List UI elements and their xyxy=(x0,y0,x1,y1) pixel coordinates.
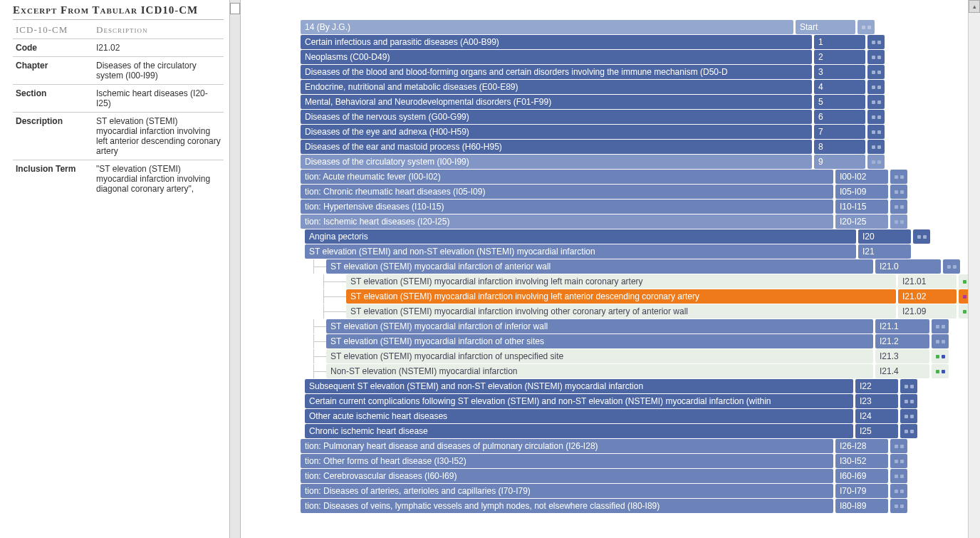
tree-code[interactable]: I05-I09 xyxy=(835,185,888,199)
status-dots[interactable] xyxy=(890,484,907,498)
tree-code[interactable]: I30-I52 xyxy=(835,454,888,468)
status-dots[interactable] xyxy=(867,65,885,79)
tree-code[interactable]: I26-I28 xyxy=(835,439,888,453)
status-dots[interactable] xyxy=(943,259,960,274)
scroll-up-icon[interactable]: ▴ xyxy=(969,0,980,13)
status-dots[interactable] xyxy=(890,214,907,229)
tree-row[interactable]: 14 (By J.G.)Start xyxy=(301,20,980,34)
tree-code[interactable]: I21 xyxy=(858,244,911,259)
status-dots[interactable] xyxy=(913,229,930,244)
tree-label[interactable]: Diseases of the eye and adnexa (H00-H59) xyxy=(301,125,812,139)
tree-code[interactable]: I21.2 xyxy=(875,334,929,348)
tree-label[interactable]: tion: Diseases of veins, lymphatic vesse… xyxy=(301,499,833,513)
status-dots[interactable] xyxy=(867,50,885,64)
tree-row[interactable]: tion: Other forms of heart disease (I30-… xyxy=(301,454,980,468)
tree-row[interactable]: tion: Chronic rheumatic heart diseases (… xyxy=(301,185,980,199)
status-dots[interactable] xyxy=(932,319,949,333)
status-dots[interactable] xyxy=(932,334,949,348)
tree-label[interactable]: ST elevation (STEMI) and non-ST elevatio… xyxy=(305,244,856,259)
status-dots[interactable] xyxy=(890,185,907,199)
tree-row[interactable]: tion: Hypertensive diseases (I10-I15)I10… xyxy=(301,200,980,214)
tree-row[interactable]: Diseases of the blood and blood-forming … xyxy=(301,65,980,79)
tree-row[interactable]: tion: Cerebrovascular diseases (I60-I69)… xyxy=(301,469,980,483)
tree-code[interactable]: I21.01 xyxy=(898,274,956,289)
tree-label[interactable]: tion: Hypertensive diseases (I10-I15) xyxy=(301,200,833,214)
tree-label[interactable]: Certain current complications following … xyxy=(305,394,853,408)
tree-label[interactable]: ST elevation (STEMI) myocardial infarcti… xyxy=(346,274,896,289)
vertical-scrollbar[interactable]: ▴ xyxy=(968,0,980,538)
tree-row[interactable]: Other acute ischemic heart diseasesI24 xyxy=(301,409,980,423)
tree-code[interactable]: Start xyxy=(796,20,855,34)
status-dots[interactable] xyxy=(900,409,917,423)
tree-label[interactable]: tion: Diseases of arteries, arterioles a… xyxy=(301,484,833,498)
tree-code[interactable]: I00-I02 xyxy=(835,170,888,184)
tree-label[interactable]: ST elevation (STEMI) myocardial infarcti… xyxy=(346,289,896,304)
tree-code[interactable]: 8 xyxy=(814,140,865,154)
tree-row[interactable]: tion: Ischemic heart diseases (I20-I25)I… xyxy=(301,214,980,229)
tree-label[interactable]: tion: Other forms of heart disease (I30-… xyxy=(301,454,833,468)
tree-label[interactable]: Other acute ischemic heart diseases xyxy=(305,409,853,423)
tree-label[interactable]: ST elevation (STEMI) myocardial infarcti… xyxy=(326,259,873,274)
tree-code[interactable]: I20-I25 xyxy=(835,214,888,229)
status-dots[interactable] xyxy=(867,80,885,94)
tree-code[interactable]: I70-I79 xyxy=(835,484,888,498)
tree-row[interactable]: tion: Acute rheumatic fever (I00-I02)I00… xyxy=(301,170,980,184)
status-dots[interactable] xyxy=(867,125,885,139)
status-dots[interactable] xyxy=(890,499,907,513)
tree-row[interactable]: Neoplasms (C00-D49)2 xyxy=(301,50,980,64)
tree-code[interactable]: I21.3 xyxy=(875,349,929,363)
tree-row[interactable]: Chronic ischemic heart diseaseI25 xyxy=(301,424,980,438)
tree-code[interactable]: I21.1 xyxy=(875,319,929,333)
tree-code[interactable]: I23 xyxy=(855,394,898,408)
tree-label[interactable]: tion: Acute rheumatic fever (I00-I02) xyxy=(301,170,833,184)
tree-row[interactable]: ST elevation (STEMI) and non-ST elevatio… xyxy=(301,244,980,259)
tree-label[interactable]: tion: Chronic rheumatic heart diseases (… xyxy=(301,185,833,199)
tree-row[interactable]: Mental, Behavioral and Neurodevelopmenta… xyxy=(301,95,980,109)
tree-label[interactable]: Subsequent ST elevation (STEMI) and non-… xyxy=(305,379,853,393)
tree-label[interactable]: Chronic ischemic heart disease xyxy=(305,424,853,438)
tree-label[interactable]: tion: Cerebrovascular diseases (I60-I69) xyxy=(301,469,833,483)
tree-row[interactable]: Angina pectorisI20 xyxy=(301,229,980,244)
tree-code[interactable]: 1 xyxy=(814,35,865,49)
tree-code[interactable]: 4 xyxy=(814,80,865,94)
tree-label[interactable]: Mental, Behavioral and Neurodevelopmenta… xyxy=(301,95,812,109)
tree-row[interactable]: ST elevation (STEMI) myocardial infarcti… xyxy=(301,319,980,333)
tree-label[interactable]: Non-ST elevation (NSTEMI) myocardial inf… xyxy=(326,364,873,378)
status-dots[interactable] xyxy=(890,170,907,184)
tree-row[interactable]: tion: Pulmonary heart disease and diseas… xyxy=(301,439,980,453)
tree-label[interactable]: Endocrine, nutritional and metabolic dis… xyxy=(301,80,812,94)
tree-row[interactable]: Certain current complications following … xyxy=(301,394,980,408)
tree-row[interactable]: ST elevation (STEMI) myocardial infarcti… xyxy=(301,274,980,289)
tree-row[interactable]: Endocrine, nutritional and metabolic dis… xyxy=(301,80,980,94)
tree-code[interactable]: 9 xyxy=(814,155,865,169)
tree-code[interactable]: I21.0 xyxy=(875,259,941,274)
tree-label[interactable]: ST elevation (STEMI) myocardial infarcti… xyxy=(326,319,873,333)
tree-label[interactable]: tion: Ischemic heart diseases (I20-I25) xyxy=(301,214,833,229)
tree-label[interactable]: Certain infectious and parasitic disease… xyxy=(301,35,812,49)
status-dots[interactable] xyxy=(932,349,949,363)
status-dots[interactable] xyxy=(858,20,875,34)
tree-code[interactable]: 2 xyxy=(814,50,865,64)
tree-panel[interactable]: 14 (By J.G.)StartCertain infectious and … xyxy=(241,0,980,538)
status-dots[interactable] xyxy=(900,379,917,393)
status-dots[interactable] xyxy=(867,140,885,154)
tree-row[interactable]: Subsequent ST elevation (STEMI) and non-… xyxy=(301,379,980,393)
splitter[interactable] xyxy=(229,0,241,538)
tree-code[interactable]: 7 xyxy=(814,125,865,139)
tree-label[interactable]: tion: Pulmonary heart disease and diseas… xyxy=(301,439,833,453)
tree-label[interactable]: Angina pectoris xyxy=(305,229,856,244)
status-dots[interactable] xyxy=(867,155,885,169)
tree-code[interactable]: I21.4 xyxy=(875,364,929,378)
tree-row[interactable]: ST elevation (STEMI) myocardial infarcti… xyxy=(301,304,980,319)
tree-row[interactable]: ST elevation (STEMI) myocardial infarcti… xyxy=(301,259,980,274)
tree-row[interactable]: Diseases of the eye and adnexa (H00-H59)… xyxy=(301,125,980,139)
status-dots[interactable] xyxy=(867,95,885,109)
tree-row[interactable]: ST elevation (STEMI) myocardial infarcti… xyxy=(301,349,980,363)
tree-row[interactable]: tion: Diseases of veins, lymphatic vesse… xyxy=(301,499,980,513)
tree-row[interactable]: ST elevation (STEMI) myocardial infarcti… xyxy=(301,334,980,348)
status-dots[interactable] xyxy=(867,35,885,49)
tree-code[interactable]: 6 xyxy=(814,110,865,124)
tree-row[interactable]: Certain infectious and parasitic disease… xyxy=(301,35,980,49)
tree-code[interactable]: I60-I69 xyxy=(835,469,888,483)
status-dots[interactable] xyxy=(900,424,917,438)
